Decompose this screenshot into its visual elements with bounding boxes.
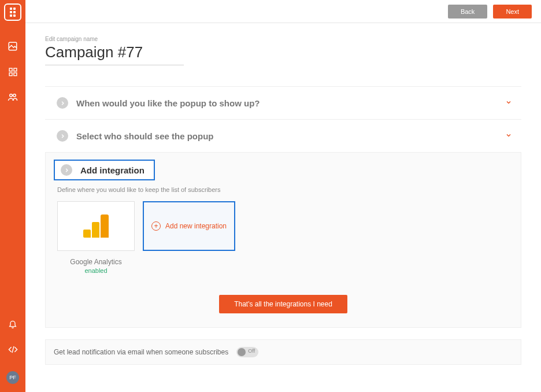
next-button[interactable]: Next bbox=[493, 5, 532, 19]
section-when-popup[interactable]: When would you like the popup to show up… bbox=[45, 86, 521, 120]
arrow-right-icon bbox=[61, 164, 72, 176]
edit-campaign-label: Edit campaign name bbox=[45, 36, 521, 42]
campaign-title-input[interactable]: Campaign #77 bbox=[45, 43, 184, 65]
add-integration-label: Add new integration bbox=[165, 222, 227, 230]
arrow-right-icon bbox=[57, 130, 68, 142]
plus-circle-icon: + bbox=[151, 221, 161, 231]
svg-rect-3 bbox=[9, 72, 12, 75]
chevron-down-icon bbox=[505, 98, 512, 108]
integration-card-box[interactable] bbox=[57, 201, 135, 251]
image-icon[interactable] bbox=[3, 37, 22, 56]
users-icon[interactable] bbox=[3, 88, 22, 106]
notification-text: Get lead notification via email when som… bbox=[54, 348, 228, 356]
notification-toggle[interactable]: Off bbox=[236, 347, 258, 357]
section-title: Select who should see the popup bbox=[76, 131, 505, 141]
google-analytics-icon bbox=[83, 215, 109, 238]
chevron-down-icon bbox=[505, 131, 512, 140]
section-audience[interactable]: Select who should see the popup bbox=[45, 120, 521, 152]
code-icon[interactable] bbox=[3, 340, 22, 358]
toggle-knob bbox=[238, 348, 246, 356]
bell-icon[interactable] bbox=[3, 315, 22, 333]
integration-name: Google Analytics bbox=[70, 258, 121, 266]
svg-point-5 bbox=[10, 94, 13, 97]
svg-point-6 bbox=[13, 94, 16, 97]
section-title: When would you like the popup to show up… bbox=[76, 98, 505, 108]
notification-row: Get lead notification via email when som… bbox=[45, 339, 521, 365]
arrow-right-icon bbox=[57, 97, 68, 109]
topbar: Back Next bbox=[25, 0, 541, 23]
svg-line-7 bbox=[12, 346, 14, 352]
integration-status: enabled bbox=[84, 267, 107, 274]
done-integrations-button[interactable]: That's all the integrations I need bbox=[219, 295, 347, 313]
back-button[interactable]: Back bbox=[448, 5, 487, 19]
app-logo[interactable] bbox=[4, 3, 21, 21]
integration-heading-box: Add integration bbox=[54, 160, 155, 180]
integration-subtitle: Define where you would like to keep the … bbox=[57, 186, 513, 193]
add-integration-button[interactable]: + Add new integration bbox=[143, 201, 235, 251]
integration-heading: Add integration bbox=[80, 165, 144, 175]
avatar[interactable]: PF bbox=[6, 371, 19, 384]
integration-panel: Add integration Define where you would l… bbox=[45, 152, 521, 328]
svg-rect-1 bbox=[9, 68, 12, 71]
svg-rect-2 bbox=[13, 68, 16, 71]
sidebar: PF bbox=[0, 0, 25, 392]
integration-card: Google Analytics enabled bbox=[57, 201, 135, 274]
svg-rect-4 bbox=[13, 72, 16, 75]
toggle-state-label: Off bbox=[248, 348, 255, 354]
main-content: Edit campaign name Campaign #77 When wou… bbox=[25, 23, 541, 392]
grid-icon[interactable] bbox=[3, 62, 22, 81]
